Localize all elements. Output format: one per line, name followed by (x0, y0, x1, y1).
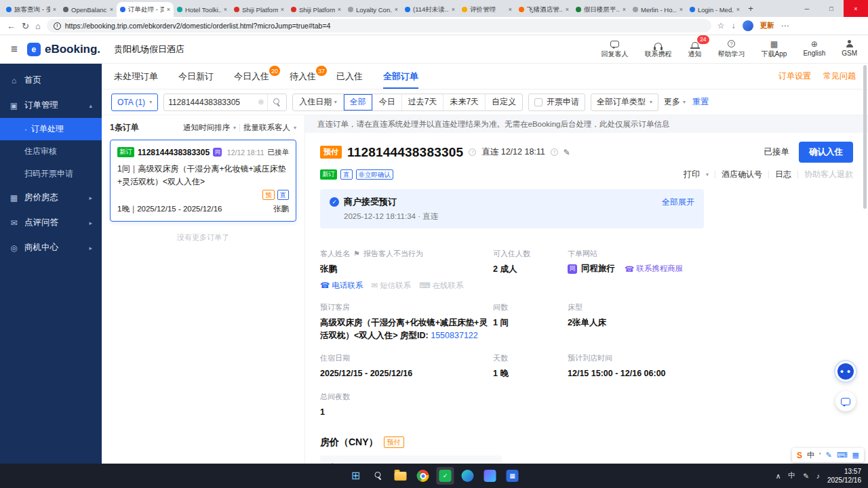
date-type-dropdown[interactable]: 入住日期 ▾ (293, 94, 343, 110)
checkbox-icon[interactable] (534, 98, 542, 106)
tray-chevron-up-icon[interactable]: ∧ (776, 472, 781, 480)
volume-icon[interactable]: ♪ (816, 472, 820, 480)
browser-tab[interactable]: Shiji Platform× (288, 2, 344, 17)
browser-profile-avatar[interactable] (743, 20, 753, 31)
date-pill-today[interactable]: 今日 (373, 94, 402, 110)
print-dropdown[interactable]: 打印 (684, 169, 700, 180)
maximize-button[interactable]: □ (819, 0, 844, 17)
reply-guest-button[interactable]: 回复客人 (601, 39, 629, 59)
new-tab-button[interactable]: + (743, 3, 758, 14)
sort-dropdown[interactable]: 通知时间排序 (183, 123, 230, 133)
date-pill-next7[interactable]: 未来7天 (443, 94, 486, 110)
order-search-input[interactable] (164, 98, 258, 107)
site-info-icon[interactable]: i (54, 22, 61, 30)
calculator-button[interactable]: ▦ (504, 467, 521, 485)
browser-update-button[interactable]: 更新 (760, 21, 774, 30)
sidebar-item-order-processing[interactable]: · 订单处理 (0, 118, 102, 140)
ime-keyboard-icon[interactable]: ⌨ (837, 451, 848, 460)
invoice-filter-checkbox[interactable]: 开票申请 (528, 94, 585, 111)
assistant-floating-button[interactable]: ● ● (834, 360, 857, 383)
close-window-button[interactable]: × (844, 0, 868, 17)
close-icon[interactable]: × (338, 6, 341, 13)
hotel-confirm-no-button[interactable]: 酒店确认号 (722, 169, 762, 180)
room-type-id-link[interactable]: 1550837122 (431, 331, 478, 340)
taskbar-search-button[interactable] (370, 467, 387, 485)
contact-ctrip-service-link[interactable]: ☎联系携程商服 (625, 264, 683, 274)
close-icon[interactable]: × (566, 6, 569, 13)
sidebar-item-home[interactable]: ⌂ 首页 (0, 68, 102, 93)
refresh-icon[interactable]: ↻ (22, 22, 29, 30)
pen-tray-icon[interactable]: ✎ (803, 472, 809, 480)
tab-checked-in[interactable]: 已入住 (336, 64, 363, 89)
browser-tab-active[interactable]: 订单处理 - 页× (117, 2, 174, 17)
browser-tab[interactable]: (114封未读...× (401, 2, 458, 17)
phone-contact-link[interactable]: ☎电话联系 (320, 281, 363, 291)
ota-filter-dropdown[interactable]: OTA (1) ▾ (111, 94, 158, 111)
sogou-logo-icon[interactable]: S (797, 451, 802, 460)
close-icon[interactable]: × (53, 6, 56, 13)
question-icon[interactable]: ? (469, 148, 476, 156)
log-button[interactable]: 日志 (775, 169, 791, 180)
browser-tab[interactable]: 评价管理× (458, 2, 515, 17)
sidebar-item-order-management[interactable]: ▣ 订单管理 ▴ (0, 93, 102, 118)
edge-button[interactable] (459, 467, 477, 485)
browser-tab[interactable]: 假日楼层平...× (572, 2, 629, 17)
tab-new-today[interactable]: 今日新订 (178, 64, 214, 89)
order-type-dropdown[interactable]: 全部订单类型 ▾ (591, 94, 658, 111)
taskbar-clock[interactable]: 13:57 2025/12/16 (827, 467, 861, 485)
language-button[interactable]: ⊕ English (803, 39, 825, 59)
browser-menu-icon[interactable]: ⋯ (781, 21, 789, 30)
assist-refund-button[interactable]: 协助客人退款 (804, 169, 853, 180)
tab-upcoming[interactable]: 待入住37 (290, 64, 316, 89)
home-icon[interactable]: ⌂ (35, 22, 41, 30)
url-field[interactable]: i https://ebooking.trip.com/ebkorderv2/d… (47, 19, 711, 33)
start-button[interactable]: ⊞ (347, 467, 365, 485)
gsm-account-button[interactable]: GSM (842, 39, 857, 59)
page-scrollbar[interactable] (863, 65, 867, 209)
ime-punctuation[interactable]: ’ (819, 451, 821, 460)
close-icon[interactable]: × (167, 6, 170, 13)
remote-app-button[interactable] (481, 467, 499, 485)
chrome-button[interactable] (414, 467, 432, 485)
close-icon[interactable]: × (224, 6, 227, 13)
sms-contact-link[interactable]: ✉短信联系 (371, 281, 411, 291)
edit-icon[interactable]: ✎ (564, 148, 570, 157)
tab-all-orders[interactable]: 全部订单 (383, 64, 418, 89)
close-icon[interactable]: × (509, 6, 512, 13)
back-icon[interactable]: ← (7, 22, 16, 30)
browser-tab[interactable]: 旅客查询 - 变× (3, 2, 60, 17)
browser-tab[interactable]: Hotel Toolki...× (174, 2, 231, 17)
date-pill-custom[interactable]: 自定义 (486, 94, 522, 110)
contact-trip-button[interactable]: 联系携程 (645, 39, 672, 59)
search-button[interactable] (267, 94, 286, 110)
tab-unprocessed[interactable]: 未处理订单 (114, 64, 158, 89)
help-learning-button[interactable]: ? 帮助学习 (718, 39, 745, 59)
sidebar-item-stay-audit[interactable]: 住店审核 (0, 140, 102, 163)
browser-tab[interactable]: Loyalty Con...× (344, 2, 401, 17)
date-pill-all[interactable]: 全部 (344, 94, 373, 110)
batch-contact-dropdown[interactable]: 批量联系客人 (243, 123, 290, 133)
question-icon[interactable]: ? (551, 148, 558, 156)
browser-tab[interactable]: Login - Med...× (686, 2, 743, 17)
date-pill-past7[interactable]: 过去7天 (402, 94, 444, 110)
close-icon[interactable]: × (110, 6, 113, 13)
browser-tab[interactable]: Shiji Platform× (231, 2, 288, 17)
order-card[interactable]: 新订 1128144438383305 同 12/12 18:11 已接单 1间… (110, 140, 296, 222)
file-explorer-button[interactable] (392, 467, 410, 485)
browser-tab[interactable]: OpenBalanc...× (60, 2, 117, 17)
ime-indicator[interactable]: 中 (788, 471, 795, 481)
expand-all-link[interactable]: 全部展开 (662, 197, 694, 208)
close-icon[interactable]: × (281, 6, 284, 13)
close-icon[interactable]: × (623, 6, 626, 13)
active-app-button[interactable]: ✓ (437, 467, 454, 485)
browser-tab[interactable]: 飞猪酒店管...× (515, 2, 572, 17)
sidebar-item-reviews[interactable]: ✉ 点评问答 ▸ (0, 210, 102, 235)
clear-input-icon[interactable]: ⊗ (258, 98, 267, 106)
notifications-button[interactable]: 通知 24 (688, 39, 702, 59)
sidebar-item-invoice-scan[interactable]: 扫码开票申请 (0, 163, 102, 185)
chat-floating-button[interactable] (835, 391, 856, 411)
faq-link[interactable]: 常见问题 (823, 70, 856, 82)
online-contact-link[interactable]: ⌨在线联系 (419, 281, 464, 291)
sidebar-item-room-rates[interactable]: ▦ 房价房态 ▸ (0, 185, 102, 210)
menu-hamburger-icon[interactable]: ≡ (11, 43, 18, 56)
